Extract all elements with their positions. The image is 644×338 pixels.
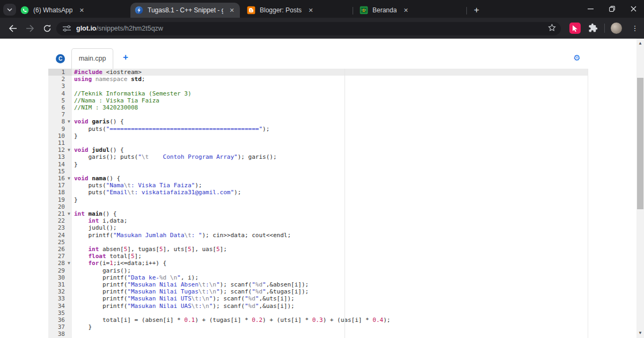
gutter-cell[interactable]: 34 [48,303,72,310]
add-file-button[interactable]: + [120,52,131,63]
code-line[interactable]: 9 puts("================================… [48,126,588,133]
forward-button[interactable] [24,22,36,35]
gutter-cell[interactable]: 12▼ [48,146,72,153]
gutter-cell[interactable]: 28▼ [48,260,72,267]
gutter-cell[interactable]: 37 [48,324,72,330]
code-line[interactable]: 1#include <iostream> [48,69,588,76]
gutter-cell[interactable]: 17 [48,182,72,189]
code-line[interactable]: 12▼void judul() { [48,146,588,153]
profile-avatar[interactable] [611,23,622,34]
code-line[interactable]: 35 [48,310,588,317]
gutter-cell[interactable]: 16▼ [48,175,72,182]
refresh-button[interactable] [41,22,54,35]
scroll-down-arrow-icon[interactable]: ▼ [636,329,644,337]
gutter-cell[interactable]: 11 [48,139,72,146]
code-line[interactable]: 38 [48,330,588,337]
site-settings-icon[interactable] [63,25,71,32]
gutter-cell[interactable]: 13 [48,153,72,160]
fold-arrow-icon[interactable]: ▼ [66,118,72,125]
gutter-cell[interactable]: 6 [48,104,72,111]
gutter-cell[interactable]: 7 [48,111,72,118]
code-line[interactable]: 23 judul(); [48,224,588,231]
tab-close-icon[interactable]: ✕ [228,6,236,14]
code-line[interactable]: 17 puts("Nama\t: Viska Tia Faiza"); [48,182,588,189]
gutter-cell[interactable]: 31 [48,281,72,288]
code-line[interactable]: 37 } [48,324,588,330]
code-line[interactable]: 29 garis(); [48,267,588,274]
gutter-cell[interactable]: 18 [48,189,72,196]
pinned-extension-button[interactable] [569,23,581,34]
back-button[interactable] [6,22,19,35]
code-line[interactable]: 24 printf("Masukan Jumlah Data\t: "); ci… [48,232,588,239]
tab-close-icon[interactable]: ✕ [306,6,315,14]
code-editor[interactable]: 3837 }36 total[i] = (absen[i] * 0.1) + (… [48,69,588,338]
new-tab-button[interactable]: + [470,4,483,17]
gutter-cell[interactable]: 30 [48,274,72,281]
gutter-cell[interactable]: 38 [48,330,72,337]
gutter-cell[interactable]: 4 [48,90,72,97]
settings-gear-icon[interactable]: ⚙ [572,53,582,63]
url-bar[interactable]: glot.io/snippets/h2hm2t5qzw [56,22,561,35]
scroll-up-arrow-icon[interactable]: ▲ [636,40,644,47]
code-line[interactable]: 30 printf("Data ke-%d \n", i); [48,274,588,281]
gutter-cell[interactable]: 26 [48,246,72,253]
gutter-cell[interactable]: 2 [48,76,72,83]
gutter-cell[interactable]: 8▼ [48,118,72,125]
gutter-cell[interactable]: 27 [48,253,72,260]
gutter-cell[interactable]: 20 [48,203,72,210]
tab-beranda[interactable]: Beranda ✕ [355,3,464,18]
extensions-button[interactable] [588,23,598,33]
code-line[interactable]: 5//Nama : Viska Tia Faiza [48,97,588,104]
page-scrollbar[interactable]: ▲ ▼ [636,39,644,338]
code-line[interactable]: 15 [48,168,588,175]
fold-arrow-icon[interactable]: ▼ [66,260,72,267]
tab-search-button[interactable] [3,4,16,16]
code-line[interactable]: 16▼void nama() { [48,175,588,182]
gutter-cell[interactable]: 36 [48,317,72,324]
gutter-cell[interactable]: 19 [48,196,72,203]
code-line[interactable]: 19} [48,196,588,203]
code-line[interactable]: 13 garis(); puts("\t Contoh Program Arra… [48,153,588,160]
close-window-button[interactable] [623,0,644,18]
gutter-cell[interactable]: 3 [48,83,72,90]
tab-whatsapp[interactable]: (6) WhatsApp ✕ [16,3,129,18]
code-line[interactable]: 22 int i,data; [48,217,588,224]
gutter-cell[interactable]: 14 [48,161,72,168]
code-line[interactable]: 32 printf("Masukan Nilai Tugas\t:\n"); s… [48,288,588,295]
fold-arrow-icon[interactable]: ▼ [66,210,72,217]
gutter-cell[interactable]: 32 [48,288,72,295]
code-line[interactable]: 34 printf("Masukan Nilai UAS\t:\n"); sca… [48,303,588,310]
code-line[interactable]: 14} [48,161,588,168]
gutter-cell[interactable]: 35 [48,310,72,317]
file-tab-main-cpp[interactable]: main.cpp [71,48,113,69]
code-line[interactable]: 7 [48,111,588,118]
gutter-cell[interactable]: 29 [48,267,72,274]
code-line[interactable]: 28▼ for(i=1;i<=data;i++) { [48,260,588,267]
browser-menu-button[interactable]: ⋮ [631,22,639,35]
gutter-cell[interactable]: 1 [48,69,72,76]
restore-button[interactable] [601,0,623,18]
code-line[interactable]: 11 [48,139,588,146]
gutter-cell[interactable]: 9 [48,126,72,133]
gutter-cell[interactable]: 15 [48,168,72,175]
gutter-cell[interactable]: 10 [48,133,72,139]
gutter-cell[interactable]: 24 [48,232,72,239]
scrollbar-thumb[interactable] [637,78,643,209]
code-line[interactable]: 3 [48,83,588,90]
tab-close-icon[interactable]: ✕ [401,6,410,14]
gutter-cell[interactable]: 33 [48,295,72,302]
code-line[interactable]: 31 printf("Masukan Nilai Absen\t:\n"); s… [48,281,588,288]
bookmark-button[interactable] [547,23,557,32]
gutter-cell[interactable]: 22 [48,217,72,224]
code-line[interactable]: 2using namespace std; [48,76,588,83]
minimize-button[interactable] [580,0,601,18]
fold-arrow-icon[interactable]: ▼ [66,146,72,153]
fold-arrow-icon[interactable]: ▼ [66,175,72,182]
gutter-cell[interactable]: 21▼ [48,210,72,217]
code-line[interactable]: 36 total[i] = (absen[i] * 0.1) + (tugas[… [48,317,588,324]
code-line[interactable]: 4//Teknik Informatika (Semester 3) [48,90,588,97]
gutter-cell[interactable]: 5 [48,97,72,104]
gutter-cell[interactable]: 23 [48,224,72,231]
code-line[interactable]: 20 [48,203,588,210]
code-line[interactable]: 6//NIM : 3420230008 [48,104,588,111]
